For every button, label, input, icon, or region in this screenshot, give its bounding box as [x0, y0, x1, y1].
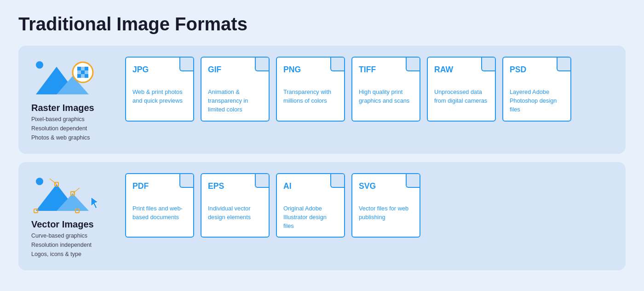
format-card-gif: GIF Animation & transparency in limited …: [201, 57, 270, 122]
svg-marker-23: [91, 197, 98, 209]
vector-description: Curve-based graphics Resolution independ…: [31, 232, 114, 259]
svg-point-16: [36, 178, 43, 185]
format-desc-tiff: High quality print graphics and scans: [359, 88, 409, 104]
svg-line-22: [73, 188, 80, 193]
format-card-svg: SVG Vector files for web publishing: [351, 173, 420, 238]
format-desc-png: Transparency with millions of colors: [283, 88, 331, 104]
raster-illustration: [31, 57, 114, 98]
format-label-eps: EPS: [208, 181, 262, 191]
format-card-eps: EPS Individual vector design elements: [201, 173, 270, 238]
format-label-jpg: JPG: [132, 65, 187, 75]
vector-section: Vector Images Curve-based graphics Resol…: [18, 162, 626, 270]
svg-rect-11: [81, 74, 85, 78]
format-label-tiff: TIFF: [359, 65, 413, 75]
format-card-ai: AI Original Adobe Illustrator design fil…: [276, 173, 345, 238]
format-label-png: PNG: [283, 65, 338, 75]
raster-left: Raster Images Pixel-based graphics Resol…: [31, 57, 114, 143]
format-card-psd: PSD Layered Adobe Photoshop design files: [502, 57, 571, 122]
raster-cards-row: JPG Web & print photos and quick preview…: [125, 57, 613, 122]
format-card-jpg: JPG Web & print photos and quick preview…: [125, 57, 194, 122]
format-desc-psd: Layered Adobe Photoshop design files: [510, 88, 557, 113]
svg-rect-9: [85, 70, 88, 74]
format-desc-pdf: Print files and web-based documents: [132, 205, 183, 221]
format-label-svg: SVG: [359, 181, 413, 191]
vector-left: Vector Images Curve-based graphics Resol…: [31, 173, 114, 259]
format-desc-raw: Unprocessed data from digital cameras: [434, 88, 487, 104]
svg-rect-4: [77, 67, 81, 70]
format-label-pdf: PDF: [132, 181, 187, 191]
raster-heading: Raster Images: [31, 103, 114, 113]
svg-rect-6: [85, 67, 88, 70]
raster-description: Pixel-based graphics Resolution dependen…: [31, 115, 114, 143]
format-card-tiff: TIFF High quality print graphics and sca…: [351, 57, 420, 122]
format-desc-ai: Original Adobe Illustrator design files: [283, 205, 327, 229]
svg-rect-10: [77, 74, 81, 78]
format-label-gif: GIF: [208, 65, 262, 75]
format-desc-jpg: Web & print photos and quick previews: [132, 88, 183, 104]
vector-heading: Vector Images: [31, 219, 114, 230]
format-card-png: PNG Transparency with millions of colors: [276, 57, 345, 122]
raster-section: Raster Images Pixel-based graphics Resol…: [18, 46, 626, 154]
format-label-psd: PSD: [510, 65, 564, 75]
vector-cards-row: PDF Print files and web-based documents …: [125, 173, 613, 238]
svg-rect-8: [81, 70, 85, 74]
format-card-pdf: PDF Print files and web-based documents: [125, 173, 194, 238]
format-desc-gif: Animation & transparency in limited colo…: [208, 88, 248, 113]
format-label-raw: RAW: [434, 65, 489, 75]
format-card-raw: RAW Unprocessed data from digital camera…: [427, 57, 496, 122]
vector-illustration: [31, 173, 114, 215]
svg-point-2: [36, 61, 43, 69]
format-label-ai: AI: [283, 181, 338, 191]
format-desc-eps: Individual vector design elements: [208, 205, 251, 221]
svg-rect-12: [85, 74, 88, 78]
svg-rect-5: [81, 67, 85, 70]
page-title: Traditional Image Formats: [18, 14, 626, 35]
svg-rect-7: [77, 70, 81, 74]
format-desc-svg: Vector files for web publishing: [359, 205, 408, 221]
svg-line-21: [50, 179, 57, 184]
